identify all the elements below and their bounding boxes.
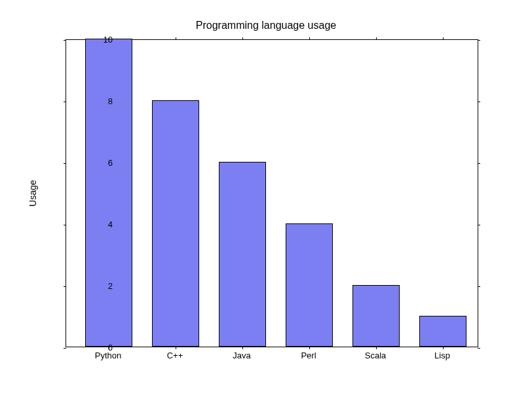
xtick-label: Lisp <box>434 351 450 360</box>
xtick-mark <box>376 347 377 349</box>
chart-container <box>66 39 478 347</box>
xtick-mark <box>309 347 310 349</box>
ytick-mark <box>478 163 480 164</box>
xtick-mark <box>242 37 243 40</box>
bar <box>219 162 266 347</box>
xtick-mark <box>309 37 310 40</box>
bar <box>286 223 333 347</box>
ytick-mark <box>64 40 66 41</box>
xtick-mark <box>376 37 377 40</box>
xtick-label: Perl <box>301 351 316 360</box>
xtick-mark <box>176 37 176 40</box>
xtick-label: Java <box>233 351 250 360</box>
ytick-label: 10 <box>67 35 113 45</box>
xtick-label: C++ <box>167 351 183 360</box>
ytick-mark <box>478 102 480 102</box>
ytick-label: 2 <box>67 281 113 291</box>
ytick-mark <box>64 286 66 287</box>
ytick-mark <box>478 225 480 225</box>
ytick-label: 6 <box>67 158 113 168</box>
bar <box>419 316 466 347</box>
y-axis-label: Usage <box>28 180 38 206</box>
xtick-mark <box>443 347 444 349</box>
xtick-label: Python <box>95 351 121 360</box>
ytick-mark <box>64 163 66 164</box>
xtick-mark <box>176 347 176 349</box>
ytick-mark <box>478 286 480 287</box>
xtick-mark <box>443 37 444 40</box>
bar <box>85 39 132 347</box>
bar <box>152 100 199 347</box>
ytick-mark <box>478 348 480 349</box>
ytick-mark <box>64 225 66 225</box>
ytick-mark <box>64 348 66 349</box>
ytick-label: 4 <box>67 220 113 229</box>
ytick-mark <box>478 40 480 41</box>
ytick-label: 8 <box>67 96 113 106</box>
plot-area <box>66 39 478 347</box>
xtick-mark <box>242 347 243 349</box>
ytick-mark <box>64 102 66 102</box>
xtick-label: Scala <box>365 351 387 360</box>
chart-title: Programming language usage <box>0 20 532 31</box>
bar <box>352 285 400 347</box>
